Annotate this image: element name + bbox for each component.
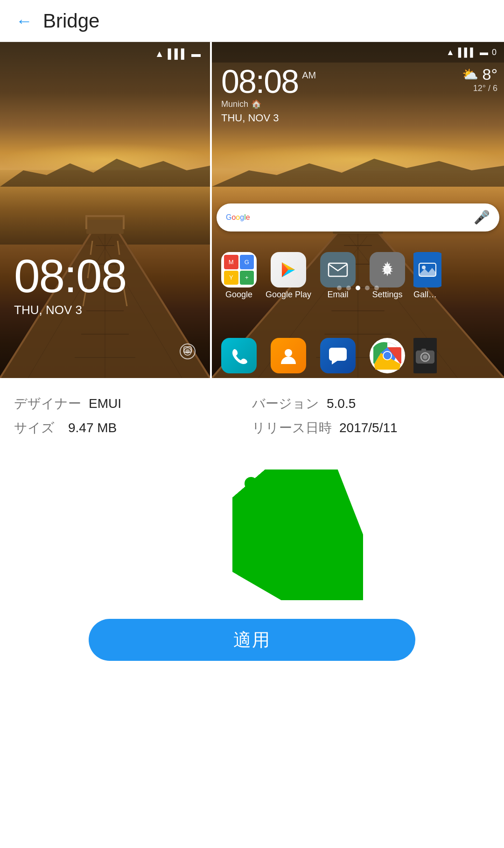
apply-button[interactable]: 適用 xyxy=(89,619,415,661)
battery-text: 0 xyxy=(492,48,497,57)
home-time-widget: 08:08 AM Munich 🏠 THU, NOV 3 xyxy=(221,65,316,124)
svg-point-54 xyxy=(285,349,292,357)
dot-5 xyxy=(374,286,379,290)
email-icon-wrap[interactable]: Email xyxy=(315,252,361,300)
gallery-icon-wrap[interactable]: Galler... xyxy=(413,252,441,300)
svg-rect-18 xyxy=(86,220,124,234)
city-display: Munich 🏠 xyxy=(221,99,316,109)
designer-value: EMUI xyxy=(89,396,121,411)
status-bar-right: ▲ ▌▌▌ ▬ 0 xyxy=(212,42,504,63)
settings-icon-wrap[interactable]: Settings xyxy=(364,252,411,300)
lock-time-display: 08:08 xyxy=(14,252,126,299)
google-logo: Google xyxy=(226,213,250,222)
wifi-icon: ▲ xyxy=(155,49,164,59)
weather-widget: ⛅ 8° 12° / 6 xyxy=(462,65,497,93)
am-label: AM xyxy=(302,70,316,81)
maps-mini2: + xyxy=(240,271,254,285)
dots-indicator xyxy=(212,286,504,290)
battery-icon-right: ▬ xyxy=(480,48,488,57)
home-date-display: THU, NOV 3 xyxy=(221,112,316,124)
dot-3 xyxy=(356,286,360,290)
info-left: デザイナー EMUI サイズ 9.47 MB xyxy=(14,395,252,443)
mountain-right xyxy=(212,149,504,187)
svg-line-66 xyxy=(251,484,335,582)
svg-rect-64 xyxy=(421,349,426,352)
svg-marker-56 xyxy=(332,361,337,364)
camera-icon[interactable] xyxy=(179,343,196,364)
app-grid-row1: M G Y + Google xyxy=(216,252,500,300)
mountain-silhouette xyxy=(0,149,210,187)
lock-screen-time: 08:08 THU, NOV 3 xyxy=(14,252,126,317)
size-row: サイズ 9.47 MB xyxy=(14,419,252,437)
svg-point-52 xyxy=(422,266,426,269)
size-value: 9.47 MB xyxy=(68,420,117,435)
home-screen-preview: ▲ ▌▌▌ ▬ 0 08:08 AM Munich 🏠 THU, NOV 3 ⛅… xyxy=(212,42,504,378)
lock-date-display: THU, NOV 3 xyxy=(14,303,126,317)
google-search-bar[interactable]: Google 🎤 xyxy=(217,203,499,231)
google-maps-mini: M xyxy=(224,255,238,269)
svg-point-26 xyxy=(185,349,190,354)
header: ← Bridge xyxy=(0,0,504,42)
back-button[interactable]: ← xyxy=(11,8,37,34)
google-play-icon-wrap[interactable]: Google Play xyxy=(265,252,312,300)
camera-dock-wrap[interactable] xyxy=(413,338,437,373)
google-play-label: Google Play xyxy=(265,290,312,300)
version-value: 5.0.5 xyxy=(327,396,356,411)
email-label: Email xyxy=(315,290,361,300)
version-label: バージョン xyxy=(252,395,319,413)
status-bar-left: ▲ ▌▌▌ ▬ xyxy=(155,49,201,59)
designer-label: デザイナー xyxy=(14,395,81,413)
page-title: Bridge xyxy=(43,10,99,32)
dot-1 xyxy=(337,286,342,290)
phone-icon-wrap[interactable] xyxy=(216,338,262,373)
apply-button-container: 適用 xyxy=(0,619,504,689)
arrow-section xyxy=(0,460,504,619)
app-dock xyxy=(216,338,500,373)
google-mic-icon[interactable]: 🎤 xyxy=(474,210,490,225)
down-arrow xyxy=(232,470,363,600)
youtube-mini: Y xyxy=(224,271,238,285)
svg-point-60 xyxy=(384,352,391,359)
svg-rect-21 xyxy=(85,215,125,217)
svg-rect-48 xyxy=(329,263,347,276)
dot-2 xyxy=(346,286,351,290)
google-app-label: Google xyxy=(216,290,262,300)
gmail-mini: G xyxy=(240,255,254,269)
chrome-icon-wrap[interactable] xyxy=(364,338,411,373)
gallery-label: Galler... xyxy=(413,290,441,300)
wifi-icon-right: ▲ xyxy=(446,48,455,57)
weather-sub-temp: 12° / 6 xyxy=(462,84,497,93)
release-label: リリース日時 xyxy=(252,419,332,437)
release-value: 2017/5/11 xyxy=(339,420,398,435)
back-arrow-icon: ← xyxy=(16,13,33,29)
signal-icon-right: ▌▌▌ xyxy=(458,48,476,57)
svg-marker-53 xyxy=(419,268,436,276)
contacts-icon-wrap[interactable] xyxy=(265,338,312,373)
info-section: デザイナー EMUI サイズ 9.47 MB バージョン 5.0.5 リリース日… xyxy=(0,378,504,460)
designer-row: デザイナー EMUI xyxy=(14,395,252,413)
messages-icon-wrap[interactable] xyxy=(315,338,361,373)
svg-rect-20 xyxy=(123,215,125,229)
signal-icon: ▌▌▌ xyxy=(168,49,188,59)
svg-point-63 xyxy=(423,355,427,359)
home-time-display: 08:08 xyxy=(221,65,298,98)
release-row: リリース日時 2017/5/11 xyxy=(252,419,490,437)
lock-screen-preview: ▲ ▌▌▌ ▬ 08:08 THU, NOV 3 xyxy=(0,42,210,378)
settings-label: Settings xyxy=(364,290,411,300)
size-label: サイズ xyxy=(14,419,61,437)
svg-rect-19 xyxy=(85,215,87,229)
cloud-icon: ⛅ xyxy=(462,67,478,82)
svg-marker-22 xyxy=(0,159,210,187)
info-right: バージョン 5.0.5 リリース日時 2017/5/11 xyxy=(252,395,490,443)
weather-temp: 8° xyxy=(482,65,497,84)
preview-container: ▲ ▌▌▌ ▬ 08:08 THU, NOV 3 xyxy=(0,42,504,378)
dot-4 xyxy=(365,286,370,290)
svg-marker-43 xyxy=(212,159,504,187)
svg-rect-55 xyxy=(329,348,347,361)
battery-icon: ▬ xyxy=(191,49,201,59)
version-row: バージョン 5.0.5 xyxy=(252,395,490,413)
google-app-icon-wrap[interactable]: M G Y + Google xyxy=(216,252,262,300)
